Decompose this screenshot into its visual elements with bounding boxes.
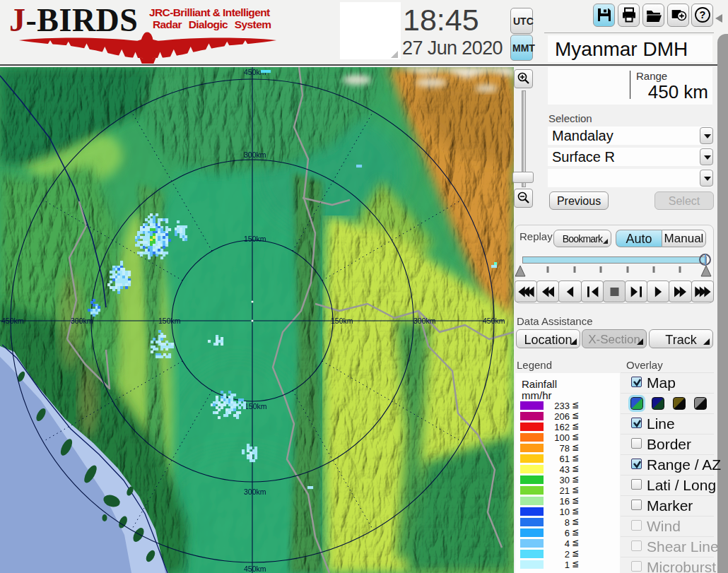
svg-text:?: ? <box>700 9 706 20</box>
svg-text:450km: 450km <box>483 317 505 325</box>
svg-text:300km: 300km <box>244 488 266 496</box>
svg-text:300km: 300km <box>413 317 436 325</box>
svg-text:300km: 300km <box>244 150 266 159</box>
svg-text:150km: 150km <box>245 402 267 410</box>
svg-text:150km: 150km <box>244 235 266 243</box>
svg-text:450km: 450km <box>244 565 266 573</box>
svg-text:150km: 150km <box>331 317 353 325</box>
svg-text:450km: 450km <box>1 317 24 325</box>
svg-text:300km: 300km <box>71 317 93 325</box>
svg-text:150km: 150km <box>158 317 181 325</box>
